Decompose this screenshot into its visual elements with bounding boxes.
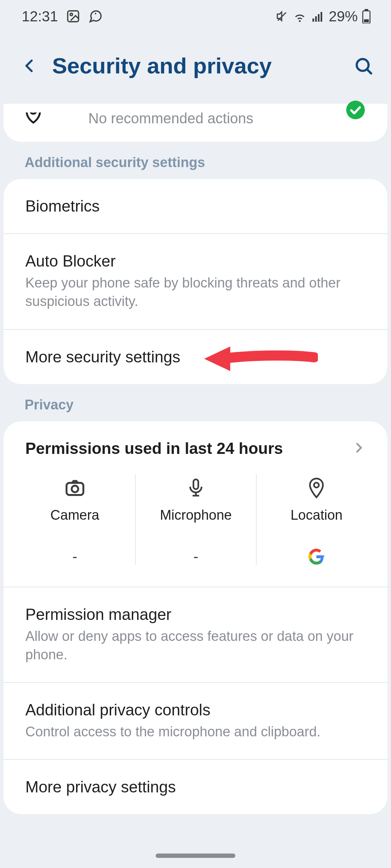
perm-col-location[interactable]: Location — [256, 474, 377, 565]
section-label-additional-security: Additional security settings — [0, 142, 391, 179]
item-more-security-settings[interactable]: More security settings — [4, 329, 387, 384]
perm-value-google — [308, 548, 325, 565]
svg-point-13 — [346, 101, 365, 119]
perm-label: Microphone — [160, 507, 232, 523]
svg-point-19 — [314, 482, 319, 488]
google-icon — [308, 548, 325, 565]
camera-icon — [64, 474, 86, 501]
svg-point-1 — [70, 13, 73, 16]
perm-col-microphone[interactable]: Microphone - — [135, 474, 256, 565]
mute-icon — [275, 10, 288, 23]
location-icon — [307, 474, 326, 501]
item-permission-manager[interactable]: Permission manager Allow or deny apps to… — [4, 587, 387, 682]
item-title: Permission manager — [25, 605, 366, 624]
item-subtitle: Control access to the microphone and cli… — [25, 723, 366, 741]
signal-icon — [311, 10, 324, 23]
svg-rect-16 — [193, 479, 198, 489]
perm-label: Camera — [50, 507, 99, 523]
whatsapp-icon — [88, 9, 103, 24]
permissions-grid: Camera - Microphone - — [4, 474, 387, 587]
wifi-icon — [293, 9, 307, 24]
item-title: More privacy settings — [25, 778, 366, 796]
item-biometrics[interactable]: Biometrics — [4, 179, 387, 233]
back-button[interactable] — [22, 55, 38, 77]
svg-rect-14 — [66, 483, 83, 495]
svg-point-15 — [72, 485, 78, 492]
svg-point-2 — [299, 20, 300, 22]
shield-icon — [23, 112, 43, 125]
status-time: 12:31 — [22, 8, 58, 25]
security-status-subtitle: No recommended actions — [88, 110, 332, 127]
item-additional-privacy-controls[interactable]: Additional privacy controls Control acce… — [4, 682, 387, 759]
battery-pct: 29% — [329, 8, 358, 25]
item-title: Permissions used in last 24 hours — [25, 439, 283, 458]
battery-icon — [362, 9, 371, 24]
page-title: Security and privacy — [52, 53, 339, 78]
svg-rect-6 — [320, 12, 322, 22]
additional-security-card: Biometrics Auto Blocker Keep your phone … — [4, 179, 387, 384]
section-label-privacy: Privacy — [0, 384, 391, 421]
svg-rect-4 — [315, 16, 317, 22]
gallery-icon — [66, 9, 80, 24]
item-title: More security settings — [25, 348, 366, 366]
svg-point-12 — [30, 112, 36, 114]
status-bar: 12:31 — [0, 0, 391, 33]
item-more-privacy-settings[interactable]: More privacy settings — [4, 759, 387, 814]
item-subtitle: Keep your phone safe by blocking threats… — [25, 274, 366, 311]
svg-rect-3 — [312, 18, 314, 22]
svg-rect-5 — [318, 14, 320, 22]
item-title: Biometrics — [25, 197, 366, 215]
item-subtitle: Allow or deny apps to access features or… — [25, 627, 366, 664]
search-button[interactable] — [353, 56, 374, 76]
svg-line-11 — [367, 69, 371, 73]
perm-value: - — [72, 548, 77, 565]
settings-scroll[interactable]: No recommended actions Additional securi… — [0, 104, 391, 814]
microphone-icon — [186, 474, 206, 501]
perm-col-camera[interactable]: Camera - — [14, 474, 135, 565]
security-status-card[interactable]: No recommended actions — [4, 104, 387, 142]
perm-value: - — [193, 548, 198, 565]
item-permissions-24h[interactable]: Permissions used in last 24 hours — [4, 421, 387, 474]
svg-rect-9 — [364, 19, 369, 22]
check-badge-icon — [345, 100, 366, 120]
item-title: Additional privacy controls — [25, 701, 366, 719]
item-auto-blocker[interactable]: Auto Blocker Keep your phone safe by blo… — [4, 233, 387, 329]
chevron-right-icon — [352, 441, 366, 456]
app-header: Security and privacy — [0, 33, 391, 104]
item-title: Auto Blocker — [25, 252, 366, 270]
nav-gesture-bar — [156, 854, 235, 858]
perm-label: Location — [290, 507, 342, 523]
permissions-card: Permissions used in last 24 hours Camera… — [4, 421, 387, 814]
